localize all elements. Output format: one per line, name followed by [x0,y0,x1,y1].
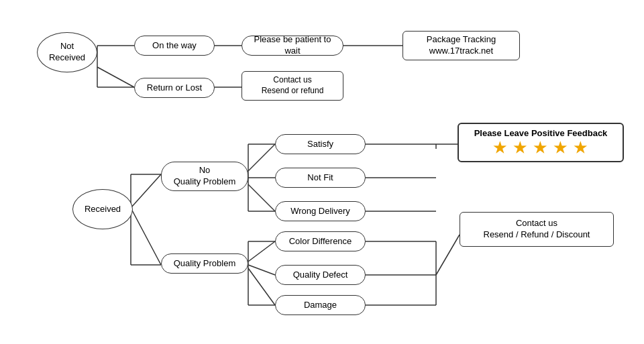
wrong-delivery-label: Wrong Delivery [290,206,350,217]
contact-resend-node: Contact usResend or refund [241,71,343,101]
positive-feedback-text: Please Leave Positive Feedback [466,128,616,138]
svg-line-14 [248,184,275,211]
svg-line-1 [97,67,134,87]
contact-us2-node: Contact usResend / Refund / Discount [460,212,614,247]
contact-us2-label: Contact usResend / Refund / Discount [484,218,590,241]
diagram: Not Received On the way Return or Lost P… [0,0,644,344]
not-fit-node: Not Fit [275,168,366,188]
no-quality-problem-label: NoQuality Problem [174,165,235,188]
on-the-way-node: On the way [134,36,215,56]
color-difference-node: Color Difference [275,231,366,251]
not-fit-label: Not Fit [307,172,333,184]
package-tracking-label: Package Trackingwww.17track.net [427,34,496,57]
svg-line-20 [248,268,275,305]
svg-line-33 [436,235,460,275]
quality-problem-label: Quality Problem [174,258,235,270]
quality-defect-node: Quality Defect [275,265,366,285]
package-tracking-node: Package Trackingwww.17track.net [402,31,520,60]
no-quality-problem-node: NoQuality Problem [161,162,248,191]
svg-line-19 [248,265,275,275]
svg-line-8 [131,208,161,265]
wrong-delivery-node: Wrong Delivery [275,201,366,221]
contact-resend-label: Contact usResend or refund [262,75,324,96]
satisfy-label: Satisfy [307,139,333,150]
not-received-label: Not Received [49,41,85,64]
stars-display: ★ ★ ★ ★ ★ [466,139,616,157]
return-or-lost-node: Return or Lost [134,78,215,98]
patient-node: Please be patient to wait [241,36,343,56]
received-label: Received [85,204,121,215]
patient-label: Please be patient to wait [248,34,337,57]
svg-line-7 [131,174,161,208]
return-or-lost-label: Return or Lost [147,82,202,94]
received-node: Received [72,189,133,229]
color-difference-label: Color Difference [289,236,352,247]
damage-node: Damage [275,295,366,315]
damage-label: Damage [304,300,337,311]
svg-line-12 [248,144,275,171]
positive-feedback-box: Please Leave Positive Feedback ★ ★ ★ ★ ★ [458,123,624,162]
on-the-way-label: On the way [152,40,197,52]
not-received-node: Not Received [37,32,97,72]
satisfy-node: Satisfy [275,134,366,154]
quality-defect-label: Quality Defect [293,270,348,281]
quality-problem-node: Quality Problem [161,253,248,274]
svg-line-18 [248,241,275,262]
